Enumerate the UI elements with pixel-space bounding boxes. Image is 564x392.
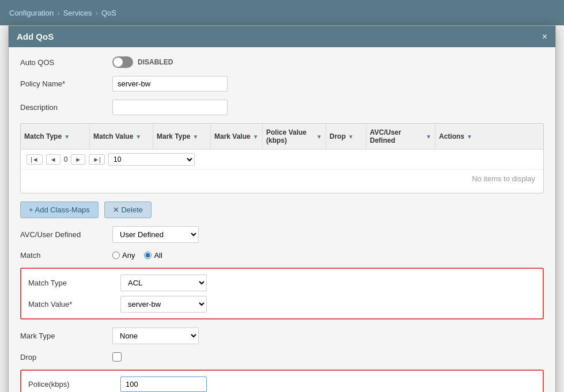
auto-qos-toggle-container: DISABLED [112,56,173,68]
page-size-select[interactable]: 10 25 50 [108,153,195,166]
avc-label: AVC/User Defined [20,230,112,239]
description-label: Description [20,103,112,112]
modal-title: Add QoS [17,32,54,41]
add-class-maps-button[interactable]: + Add Class-Maps [20,201,99,218]
match-label: Match [20,251,112,260]
close-button[interactable]: × [542,32,547,41]
first-page-button[interactable]: |◄ [27,154,43,165]
police-highlight-section: Police(kbps) [20,370,544,392]
drop-label: Drop [20,353,112,361]
match-any-option[interactable]: Any [112,251,135,260]
modal-header: Add QoS × [9,26,555,47]
avc-filter-icon[interactable]: ▼ [426,134,431,140]
description-row: Description [20,100,544,115]
top-navigation: Configuration › Services › QoS [0,0,564,25]
separator1: › [57,9,59,17]
match-type-select[interactable]: ACL DSCP Precedence [120,275,207,291]
no-items-message: No items to display [21,170,543,193]
mark-type-row: Mark Type None DSCP Precedence [20,328,544,344]
auto-qos-state: DISABLED [138,58,173,66]
police-label: Police(kbps) [28,380,120,389]
delete-button[interactable]: ✕ Delete [104,201,152,218]
class-maps-table: Match Type ▼ Match Value ▼ Mark Type ▼ M… [20,123,544,193]
mark-type-select[interactable]: None DSCP Precedence [112,328,199,344]
mark-type-label: Mark Type [20,332,112,340]
match-value-select[interactable]: server-bw [120,296,207,313]
match-row: Match Any All [20,251,544,260]
nav-services[interactable]: Services [63,9,92,17]
description-input[interactable] [112,100,228,115]
last-page-button[interactable]: ►| [89,154,105,165]
match-radio-group: Any All [112,251,162,260]
nav-configuration[interactable]: Configuration [9,9,54,17]
avc-select[interactable]: User Defined AVC [112,226,199,243]
th-drop: Drop ▼ [326,124,366,149]
match-any-radio[interactable] [112,252,120,259]
match-all-label: All [154,251,162,260]
avc-row: AVC/User Defined User Defined AVC [20,226,544,243]
th-mark-value: Mark Value ▼ [211,124,263,149]
th-police-value: Police Value (kbps) ▼ [263,124,326,149]
add-qos-modal: Add QoS × Auto QOS DISABLED Policy Name*… [8,25,556,392]
auto-qos-row: Auto QOS DISABLED [20,56,544,68]
action-buttons: + Add Class-Maps ✕ Delete [20,201,544,218]
th-match-type: Match Type ▼ [21,124,90,149]
match-type-row: Match Type ACL DSCP Precedence [28,275,536,291]
policy-name-label: Policy Name* [20,79,112,88]
drop-checkbox[interactable] [112,352,122,361]
match-value-filter-icon[interactable]: ▼ [135,134,141,140]
match-all-radio[interactable] [144,252,152,259]
th-actions: Actions ▼ [436,124,543,149]
page-number: 0 [64,155,68,163]
match-any-label: Any [122,251,135,260]
policy-name-row: Policy Name* [20,76,544,92]
auto-qos-label: Auto QOS [20,58,112,67]
actions-filter-icon[interactable]: ▼ [467,134,472,140]
th-match-value: Match Value ▼ [90,124,153,149]
match-value-label: Match Value* [28,300,120,309]
nav-qos: QoS [101,9,116,17]
table-pagination: |◄ ◄ 0 ► ►| 10 25 50 [21,150,543,170]
policy-name-input[interactable] [112,76,228,92]
match-type-label: Match Type [28,279,120,287]
drop-row: Drop [20,352,544,361]
police-row: Police(kbps) [28,376,536,392]
match-type-filter-icon[interactable]: ▼ [64,134,70,140]
auto-qos-toggle[interactable] [112,56,133,68]
th-avc-user-defined: AVC/User Defined ▼ [366,124,436,149]
police-filter-icon[interactable]: ▼ [316,134,322,140]
prev-page-button[interactable]: ◄ [46,154,60,165]
next-page-button[interactable]: ► [71,154,85,165]
match-highlight-section: Match Type ACL DSCP Precedence Match Val… [20,268,544,319]
police-input[interactable] [120,376,207,392]
drop-filter-icon[interactable]: ▼ [348,134,354,140]
separator2: › [96,9,98,17]
match-all-option[interactable]: All [144,251,162,260]
mark-type-filter-icon[interactable]: ▼ [192,134,198,140]
th-mark-type: Mark Type ▼ [153,124,211,149]
mark-value-filter-icon[interactable]: ▼ [253,134,259,140]
modal-body: Auto QOS DISABLED Policy Name* Descripti… [9,47,555,392]
match-value-row: Match Value* server-bw [28,296,536,313]
table-header: Match Type ▼ Match Value ▼ Mark Type ▼ M… [21,124,543,150]
